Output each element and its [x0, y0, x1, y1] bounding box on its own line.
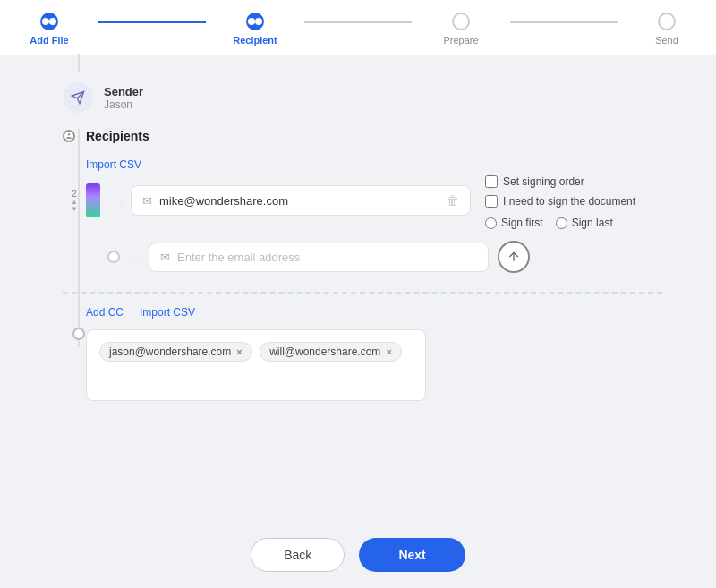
cc-tag-1: jason@wondershare.com × — [99, 342, 252, 362]
step-label-recipient: Recipient — [233, 35, 277, 46]
connector-3 — [510, 21, 618, 23]
step-label-prepare: Prepare — [443, 35, 478, 46]
step-add-file[interactable]: Add File — [0, 13, 98, 46]
sign-last-radio[interactable] — [556, 217, 567, 229]
recipient-2-drag-handle[interactable]: ⋮⋮ — [125, 252, 143, 262]
main-content: Sender Jason Recipients Import CSV 2 — [0, 55, 716, 525]
sender-title: Sender — [104, 85, 143, 98]
sender-row: Sender Jason — [54, 82, 662, 113]
recipient-2-card: ✉ — [149, 243, 489, 272]
recipient-1-email-icon: ✉ — [142, 194, 152, 208]
upload-button[interactable] — [498, 241, 530, 273]
recipient-1-row: 2 ▲ ▼ ⋮⋮ ✉ 🗑 Set signing order — [63, 172, 662, 229]
recipient-1-delete-icon[interactable]: 🗑 — [447, 193, 459, 208]
step-circle-send — [658, 13, 676, 30]
recipient-1-card: ✉ 🗑 — [131, 185, 471, 216]
cc-box: jason@wondershare.com × will@wondershare… — [86, 329, 426, 401]
cc-tag-2: will@wondershare.com × — [260, 342, 402, 362]
cc-section: Add CC Import CSV jason@wondershare.com … — [63, 292, 662, 401]
step-send[interactable]: Send — [618, 13, 716, 46]
i-need-to-sign-checkbox[interactable] — [485, 195, 498, 208]
sign-first-item: Sign first — [485, 217, 543, 229]
sender-icon — [63, 82, 93, 113]
sender-name: Jason — [104, 98, 143, 111]
recipient-1-controls: 2 ▲ ▼ — [66, 188, 82, 213]
cc-header: Add CC Import CSV — [86, 306, 662, 319]
recipients-title: Recipients — [86, 129, 149, 143]
timeline-line — [78, 129, 80, 347]
recipient-1-arrows[interactable]: ▲ ▼ — [71, 199, 78, 213]
footer: Back Next — [0, 525, 716, 588]
import-csv-link[interactable]: Import CSV — [63, 158, 141, 171]
set-signing-order-checkbox[interactable] — [485, 175, 498, 188]
step-circle-recipient — [246, 13, 264, 30]
recipient-1-email-input[interactable] — [159, 194, 439, 208]
recipient-1-drag-handle[interactable]: ⋮⋮ — [107, 196, 125, 206]
sign-last-label: Sign last — [572, 217, 613, 229]
step-prepare[interactable]: Prepare — [412, 13, 510, 46]
set-signing-order-row: Set signing order — [485, 175, 635, 188]
recipient-2-email-icon: ✉ — [160, 251, 170, 264]
cc-circle — [72, 328, 85, 340]
sign-last-item: Sign last — [556, 217, 613, 229]
i-need-to-sign-row: I need to sign the document — [485, 195, 635, 208]
cc-tag-2-email: will@wondershare.com — [269, 345, 380, 358]
next-button[interactable]: Next — [359, 538, 465, 572]
recipient-2-row: ⋮⋮ ✉ — [63, 240, 662, 274]
step-recipient[interactable]: Recipient — [206, 13, 304, 46]
recipient-2-circle — [107, 251, 120, 263]
signing-options: Set signing order I need to sign the doc… — [485, 175, 635, 229]
set-signing-order-label: Set signing order — [503, 175, 584, 188]
step-circle-prepare — [452, 13, 470, 30]
cc-tag-2-close[interactable]: × — [386, 346, 391, 357]
sign-first-radio[interactable] — [485, 217, 497, 229]
sender-info: Sender Jason — [104, 85, 143, 111]
connector-1 — [98, 21, 206, 23]
stepper: Add File Recipient Prepare Send — [0, 0, 716, 55]
add-cc-link[interactable]: Add CC — [86, 306, 124, 319]
recipient-2-badge-spacer — [86, 240, 100, 274]
sign-order-radio-row: Sign first Sign last — [485, 217, 635, 229]
step-label-send: Send — [655, 35, 678, 46]
recipients-header: Recipients — [63, 129, 662, 143]
sign-first-label: Sign first — [501, 217, 543, 229]
i-need-to-sign-label: I need to sign the document — [503, 195, 635, 208]
connector-2 — [304, 21, 412, 23]
cc-tag-1-email: jason@wondershare.com — [109, 345, 231, 358]
step-label-add-file: Add File — [30, 35, 68, 46]
recipient-2-email-input[interactable] — [177, 251, 477, 264]
recipients-dot — [63, 130, 75, 142]
recipient-1-color-badge — [86, 183, 100, 217]
cc-tag-1-close[interactable]: × — [236, 346, 242, 357]
back-button[interactable]: Back — [251, 538, 345, 572]
cc-import-csv-link[interactable]: Import CSV — [140, 306, 195, 319]
step-circle-add-file — [40, 13, 58, 30]
